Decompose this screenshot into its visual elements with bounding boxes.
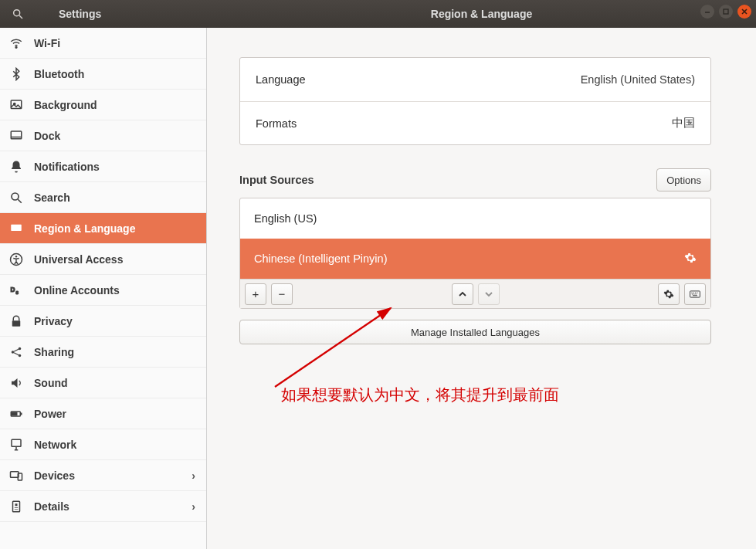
chevron-down-icon bbox=[483, 289, 494, 300]
dock-icon bbox=[9, 129, 23, 143]
window-title: Region & Language bbox=[207, 8, 756, 20]
svg-rect-13 bbox=[11, 224, 22, 230]
svg-line-24 bbox=[14, 352, 19, 354]
bell-icon bbox=[9, 160, 23, 174]
sidebar-item-label: Power bbox=[34, 408, 66, 420]
sidebar-item-bluetooth[interactable]: Bluetooth bbox=[0, 59, 206, 90]
source-prefs-icon[interactable] bbox=[684, 252, 697, 266]
search-icon bbox=[9, 191, 23, 205]
sidebar-item-universal[interactable]: Universal Access bbox=[0, 244, 206, 275]
annotation-text: 如果想要默认为中文，将其提升到最前面 bbox=[281, 385, 559, 405]
input-source-row[interactable]: English (US) bbox=[240, 198, 710, 239]
share-icon bbox=[9, 345, 23, 359]
sidebar-item-dock[interactable]: Dock bbox=[0, 120, 206, 151]
sidebar-item-label: Privacy bbox=[34, 315, 73, 327]
sidebar-item-label: Devices bbox=[34, 469, 75, 482]
svg-line-23 bbox=[14, 349, 19, 351]
svg-rect-9 bbox=[11, 131, 22, 139]
svg-rect-33 bbox=[13, 501, 20, 512]
svg-point-20 bbox=[12, 351, 14, 353]
minus-icon: − bbox=[279, 287, 286, 300]
input-source-label: English (US) bbox=[254, 212, 317, 225]
source-preferences-button[interactable] bbox=[658, 283, 680, 305]
svg-rect-28 bbox=[12, 439, 21, 446]
formats-label: Formats bbox=[256, 117, 297, 130]
sidebar-item-sharing[interactable]: Sharing bbox=[0, 337, 206, 368]
chevron-right-icon: › bbox=[192, 500, 195, 513]
formats-value: 中国 bbox=[672, 116, 695, 130]
input-source-label: Chinese (Intelligent Pinyin) bbox=[254, 252, 387, 265]
sidebar-item-label: Network bbox=[34, 439, 76, 451]
sidebar-item-label: Sharing bbox=[34, 346, 74, 358]
svg-point-16 bbox=[15, 256, 17, 257]
sidebar-item-wifi[interactable]: Wi-Fi bbox=[0, 28, 206, 59]
sound-icon bbox=[9, 376, 23, 390]
plus-icon: + bbox=[253, 287, 259, 300]
svg-rect-37 bbox=[690, 290, 700, 297]
sidebar-item-label: Universal Access bbox=[34, 253, 123, 266]
sidebar-item-details[interactable]: Details› bbox=[0, 491, 206, 522]
universal-icon bbox=[9, 252, 23, 266]
svg-line-1 bbox=[19, 15, 22, 19]
sidebar-item-label: Wi-Fi bbox=[34, 37, 60, 49]
wifi-icon bbox=[9, 36, 23, 50]
sidebar-item-online[interactable]: DsOnline Accounts bbox=[0, 275, 206, 306]
chevron-right-icon: › bbox=[192, 469, 195, 482]
svg-line-12 bbox=[18, 199, 22, 203]
svg-rect-3 bbox=[724, 9, 728, 14]
sidebar: Wi-FiBluetoothBackgroundDockNotification… bbox=[0, 28, 207, 549]
svg-point-0 bbox=[14, 10, 20, 16]
sidebar-item-sound[interactable]: Sound bbox=[0, 368, 206, 398]
bluetooth-icon bbox=[9, 67, 23, 81]
sidebar-item-label: Bluetooth bbox=[34, 68, 84, 80]
input-sources-panel: English (US)Chinese (Intelligent Pinyin)… bbox=[239, 198, 711, 309]
input-sources-title: Input Sources bbox=[239, 174, 314, 186]
sidebar-item-search[interactable]: Search bbox=[0, 182, 206, 213]
sidebar-item-notifications[interactable]: Notifications bbox=[0, 151, 206, 182]
options-button[interactable]: Options bbox=[656, 168, 711, 191]
manage-languages-button[interactable]: Manage Installed Languages bbox=[239, 320, 711, 344]
close-button[interactable] bbox=[737, 5, 751, 19]
annotation-arrow bbox=[267, 302, 406, 395]
sidebar-item-label: Online Accounts bbox=[34, 284, 120, 297]
search-button[interactable] bbox=[0, 0, 36, 28]
sidebar-item-label: Dock bbox=[34, 130, 60, 142]
power-icon bbox=[9, 407, 23, 421]
maximize-button[interactable] bbox=[719, 5, 733, 19]
input-sources-header: Input Sources Options bbox=[239, 168, 711, 191]
sidebar-item-label: Search bbox=[34, 191, 70, 204]
sidebar-item-label: Region & Language bbox=[34, 222, 135, 235]
devices-icon bbox=[9, 469, 23, 483]
formats-row[interactable]: Formats 中国 bbox=[240, 101, 710, 144]
svg-point-22 bbox=[19, 354, 21, 356]
sidebar-item-label: Notifications bbox=[34, 161, 100, 173]
svg-rect-27 bbox=[12, 412, 17, 415]
move-up-button[interactable] bbox=[452, 283, 473, 305]
svg-rect-19 bbox=[12, 320, 21, 327]
sidebar-item-label: Background bbox=[34, 99, 97, 111]
move-down-button[interactable] bbox=[478, 283, 500, 305]
remove-source-button[interactable]: − bbox=[271, 283, 293, 305]
network-icon bbox=[9, 438, 23, 452]
minimize-button[interactable] bbox=[700, 5, 714, 19]
input-source-row[interactable]: Chinese (Intelligent Pinyin) bbox=[240, 239, 710, 279]
sidebar-item-privacy[interactable]: Privacy bbox=[0, 306, 206, 337]
svg-point-14 bbox=[13, 226, 15, 229]
titlebar: Settings Region & Language bbox=[0, 0, 756, 28]
sidebar-item-power[interactable]: Power bbox=[0, 398, 206, 429]
sidebar-item-label: Sound bbox=[34, 377, 68, 389]
flag-icon bbox=[9, 222, 23, 236]
svg-point-11 bbox=[12, 193, 19, 200]
sidebar-item-network[interactable]: Network bbox=[0, 429, 206, 460]
keyboard-icon bbox=[690, 289, 700, 300]
sidebar-item-region[interactable]: Region & Language bbox=[0, 213, 206, 244]
svg-point-6 bbox=[15, 46, 17, 48]
background-icon bbox=[9, 98, 23, 112]
language-row[interactable]: Language English (United States) bbox=[240, 58, 710, 101]
add-source-button[interactable]: + bbox=[245, 283, 266, 305]
sidebar-item-background[interactable]: Background bbox=[0, 90, 206, 120]
language-label: Language bbox=[256, 73, 306, 86]
sidebar-item-devices[interactable]: Devices› bbox=[0, 460, 206, 491]
show-keyboard-layout-button[interactable] bbox=[684, 283, 706, 305]
privacy-icon bbox=[9, 314, 23, 328]
